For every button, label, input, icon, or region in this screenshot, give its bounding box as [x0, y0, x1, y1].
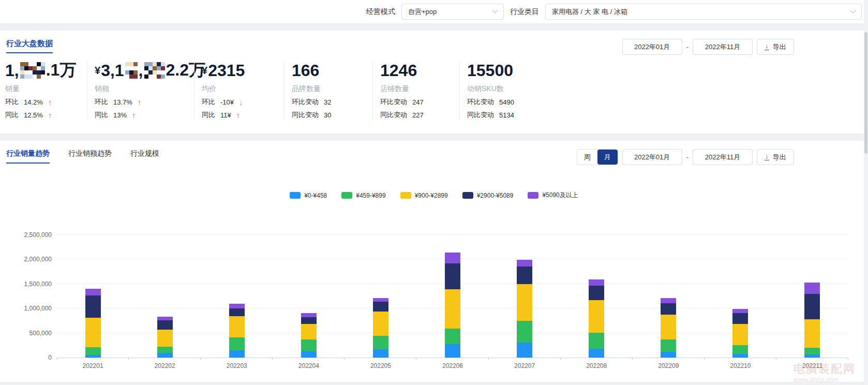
- bar-segment: [732, 309, 748, 313]
- kpi-value: 15500: [467, 61, 583, 80]
- bar-segment: [732, 354, 748, 358]
- bar-band: 202206: [416, 208, 488, 358]
- bar-segment: [301, 324, 317, 339]
- x-axis-label: 202201: [57, 362, 129, 369]
- bar-stack-202204[interactable]: [301, 313, 317, 358]
- legend-item[interactable]: ¥459-¥899: [341, 192, 385, 199]
- legend-swatch: [341, 192, 352, 199]
- x-axis-tick: [416, 358, 416, 360]
- kpi-mom-row: 环比变动247: [380, 97, 459, 107]
- top-filter-bar: 经营模式 自营+pop 行业类目 家用电器 / 大 家 电 / 冰箱: [0, 0, 868, 23]
- category-label: 行业类目: [510, 7, 539, 17]
- legend-item[interactable]: ¥900-¥2899: [400, 192, 448, 199]
- up-arrow-icon: ↑: [48, 98, 52, 106]
- bar-segment: [661, 315, 676, 339]
- x-axis-tick: [57, 358, 57, 360]
- y-axis-label: 1,500,000: [2, 280, 52, 288]
- kpi-yoy-row: 同比13% ↑: [95, 110, 194, 120]
- overview-controls: 2022年01月 - 2022年11月 ↓ 导出: [622, 39, 794, 55]
- bar-stack-202203[interactable]: [229, 304, 245, 358]
- x-axis-label: 202208: [561, 362, 633, 369]
- kpi-value: 1, .1万: [5, 61, 87, 80]
- legend-item[interactable]: ¥5090及以上: [528, 191, 578, 200]
- kpi-sales-volume: 1, .1万 销量 环比14.2% ↑ 同比12.5% ↑: [5, 61, 87, 120]
- tab-sales-amount-trend[interactable]: 行业销额趋势: [68, 149, 112, 164]
- legend-label: ¥5090及以上: [542, 191, 578, 200]
- trend-date-start[interactable]: 2022年01月: [622, 149, 682, 165]
- bar-segment: [589, 300, 604, 333]
- bar-segment: [373, 312, 388, 336]
- bar-segment: [517, 260, 532, 266]
- y-axis-label: 1,000,000: [2, 305, 52, 312]
- legend-item[interactable]: ¥0-¥458: [290, 192, 327, 199]
- period-month-button[interactable]: 月: [597, 150, 618, 165]
- category-select[interactable]: 家用电器 / 大 家 电 / 冰箱: [545, 4, 862, 20]
- mode-select[interactable]: 自营+pop: [401, 4, 504, 20]
- bar-stack-202201[interactable]: [85, 289, 101, 358]
- overview-title[interactable]: 行业大盘数据: [6, 39, 53, 53]
- bar-stack-202207[interactable]: [517, 260, 532, 358]
- legend-swatch: [400, 192, 411, 199]
- bar-segment: [804, 319, 820, 348]
- bar-segment: [445, 289, 460, 329]
- overview-date-end[interactable]: 2022年11月: [693, 39, 753, 55]
- x-axis-tick: [704, 358, 705, 360]
- x-axis-label: 202203: [201, 362, 273, 369]
- scrollbar-thumb[interactable]: [864, 32, 867, 154]
- trend-controls: 周 月 2022年01月 - 2022年11月 ↓ 导出: [577, 149, 794, 165]
- kpi-mom-row: 环比14.2% ↑: [5, 97, 87, 107]
- date-range-separator: -: [686, 43, 689, 51]
- x-axis-tick: [848, 358, 848, 360]
- down-arrow-icon: ↓: [239, 98, 243, 106]
- tab-industry-scale[interactable]: 行业规模: [130, 149, 159, 164]
- period-week-button[interactable]: 周: [577, 150, 597, 165]
- bar-segment: [301, 313, 317, 317]
- tab-sales-volume-trend[interactable]: 行业销量趋势: [6, 149, 50, 164]
- bar-segment: [373, 336, 388, 349]
- bar-segment: [157, 320, 173, 330]
- bar-band: 202211: [776, 208, 848, 358]
- bar-segment: [804, 348, 820, 354]
- up-arrow-icon: ↑: [138, 98, 142, 106]
- kpi-value: ¥ 3,1 , 2.2万: [95, 61, 194, 80]
- kpi-label: 动销SKU数: [467, 84, 583, 94]
- bar-segment: [732, 313, 748, 324]
- x-axis-tick: [632, 358, 633, 360]
- bar-stack-202206[interactable]: [445, 253, 460, 358]
- bar-stack-202208[interactable]: [589, 279, 604, 358]
- overview-export-button[interactable]: ↓ 导出: [757, 39, 794, 55]
- bar-segment: [517, 284, 532, 321]
- trend-export-button[interactable]: ↓ 导出: [757, 149, 794, 165]
- x-axis-tick: [200, 358, 201, 360]
- bar-segment: [732, 324, 748, 345]
- kpi-mom-row: 环比变动32: [292, 97, 372, 107]
- kpi-label: 销量: [5, 84, 87, 94]
- bar-stack-202202[interactable]: [157, 317, 173, 358]
- bar-segment: [804, 294, 820, 319]
- page-scrollbar[interactable]: [864, 0, 868, 385]
- bar-stack-202211[interactable]: [804, 283, 820, 358]
- bar-stack-202210[interactable]: [732, 309, 748, 358]
- x-axis-label: 202202: [129, 362, 201, 369]
- legend-item[interactable]: ¥2900-¥5089: [462, 192, 514, 199]
- chevron-down-icon: [850, 7, 856, 13]
- legend-swatch: [290, 192, 301, 199]
- bar-segment: [589, 279, 604, 286]
- bar-segment: [85, 295, 101, 318]
- bar-segment: [661, 303, 676, 315]
- bar-band: 202203: [201, 208, 273, 358]
- bar-band: 202208: [561, 208, 633, 358]
- kpi-mom-row: 环比13.7% ↑: [95, 97, 194, 107]
- bar-stack-202209[interactable]: [661, 298, 676, 358]
- overview-date-start[interactable]: 2022年01月: [622, 39, 682, 55]
- trend-date-end[interactable]: 2022年11月: [693, 149, 753, 165]
- up-arrow-icon: ↑: [132, 111, 136, 119]
- bar-segment: [445, 263, 460, 289]
- bar-segment: [445, 344, 460, 358]
- bar-stack-202205[interactable]: [373, 298, 388, 358]
- bar-segment: [229, 308, 245, 316]
- legend-swatch: [528, 192, 538, 199]
- bar-segment: [445, 253, 460, 263]
- kpi-average-price: ¥ 2315 均价 环比-10¥ ↓ 同比11¥ ↑: [194, 61, 284, 120]
- bar-band: 202201: [57, 208, 129, 358]
